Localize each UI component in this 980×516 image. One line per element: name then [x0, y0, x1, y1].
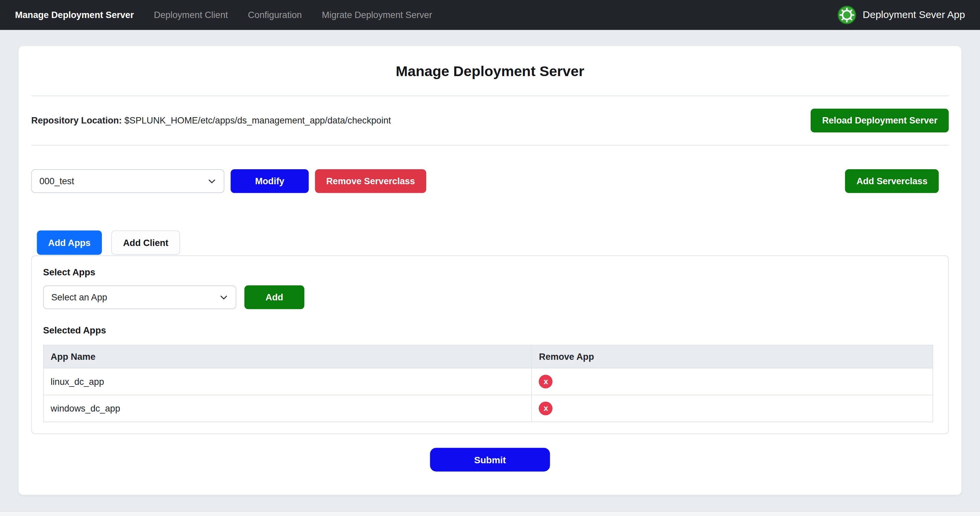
column-header-app-name: App Name [43, 345, 532, 368]
app-select[interactable]: Select an App [43, 285, 236, 309]
nav-items: Manage Deployment Server Deployment Clie… [15, 10, 432, 20]
serverclass-select-value: 000_test [40, 176, 74, 186]
serverclass-row: 000_test Modify Remove Serverclass Add S… [32, 169, 949, 193]
app-name-cell: linux_dc_app [43, 368, 532, 395]
remove-app-icon[interactable]: x [539, 375, 553, 389]
tabs: Add Apps Add Client [37, 230, 948, 255]
app-name-cell: windows_dc_app [43, 395, 532, 422]
add-serverclass-button[interactable]: Add Serverclass [845, 169, 939, 193]
app-logo-icon [838, 6, 856, 24]
remove-app-cell: x [532, 368, 933, 395]
submit-row: Submit [32, 448, 949, 472]
add-app-button[interactable]: Add [245, 285, 305, 309]
page-title: Manage Deployment Server [32, 46, 949, 80]
nav-item-migrate-deployment-server[interactable]: Migrate Deployment Server [322, 10, 432, 20]
app-select-row: Select an App Add [43, 285, 937, 309]
selected-apps-label: Selected Apps [43, 325, 937, 335]
table-header-row: App Name Remove App [43, 345, 933, 368]
remove-serverclass-button[interactable]: Remove Serverclass [315, 169, 426, 193]
remove-app-icon[interactable]: x [539, 402, 553, 415]
viewport: Manage Deployment Server Deployment Clie… [0, 0, 980, 516]
chevron-down-icon [220, 293, 228, 302]
nav-item-manage-deployment-server[interactable]: Manage Deployment Server [15, 10, 134, 20]
brand: Deployment Sever App [838, 6, 965, 24]
modify-button[interactable]: Modify [231, 169, 309, 193]
remove-app-cell: x [532, 395, 933, 422]
select-apps-label: Select Apps [43, 267, 937, 277]
divider [32, 145, 949, 146]
submit-button[interactable]: Submit [430, 448, 550, 472]
serverclass-select[interactable]: 000_test [32, 169, 224, 193]
footer-strip [0, 511, 980, 516]
app-select-value: Select an App [51, 292, 107, 302]
table-row: windows_dc_app x [43, 395, 933, 422]
selected-apps-table: App Name Remove App linux_dc_app x win [43, 345, 933, 422]
brand-title: Deployment Sever App [863, 10, 965, 21]
nav-item-deployment-client[interactable]: Deployment Client [154, 10, 228, 20]
table-row: linux_dc_app x [43, 368, 933, 395]
chevron-down-icon [207, 177, 216, 186]
repository-label: Repository Location: [32, 116, 122, 125]
repository-location: Repository Location: $SPLUNK_HOME/etc/ap… [32, 116, 391, 125]
nav-item-configuration[interactable]: Configuration [248, 10, 302, 20]
tab-add-apps[interactable]: Add Apps [37, 230, 102, 255]
repository-path: $SPLUNK_HOME/etc/apps/ds_management_app/… [124, 116, 391, 125]
column-header-remove-app: Remove App [532, 345, 933, 368]
apps-panel: Select Apps Select an App Add Selected A… [32, 255, 949, 434]
repository-row: Repository Location: $SPLUNK_HOME/etc/ap… [32, 96, 949, 145]
tab-add-client[interactable]: Add Client [111, 230, 180, 255]
reload-deployment-server-button[interactable]: Reload Deployment Server [811, 109, 949, 132]
top-navbar: Manage Deployment Server Deployment Clie… [0, 0, 980, 30]
main-card: Manage Deployment Server Repository Loca… [18, 46, 962, 495]
page-background: Manage Deployment Server Repository Loca… [0, 30, 980, 511]
